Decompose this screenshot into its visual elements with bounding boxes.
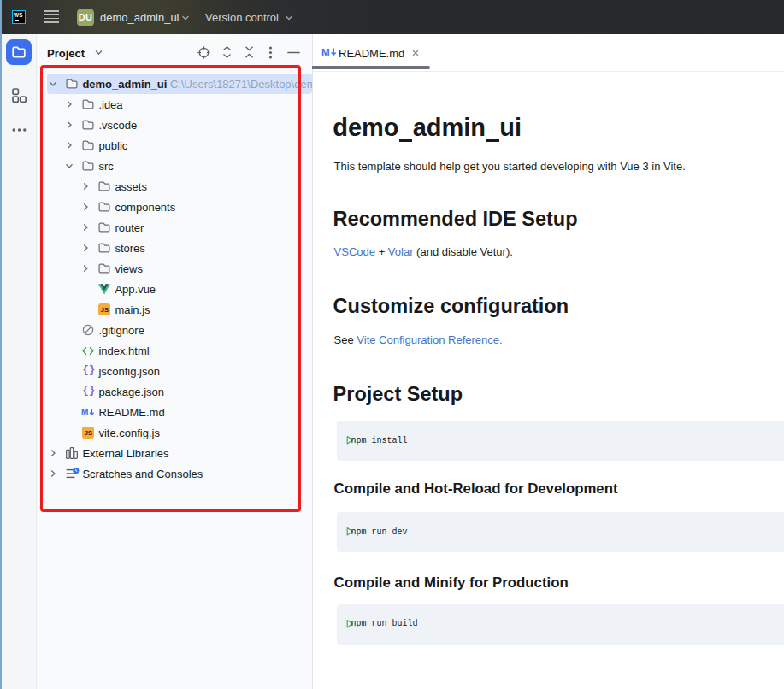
svg-text:M: M bbox=[321, 47, 330, 57]
